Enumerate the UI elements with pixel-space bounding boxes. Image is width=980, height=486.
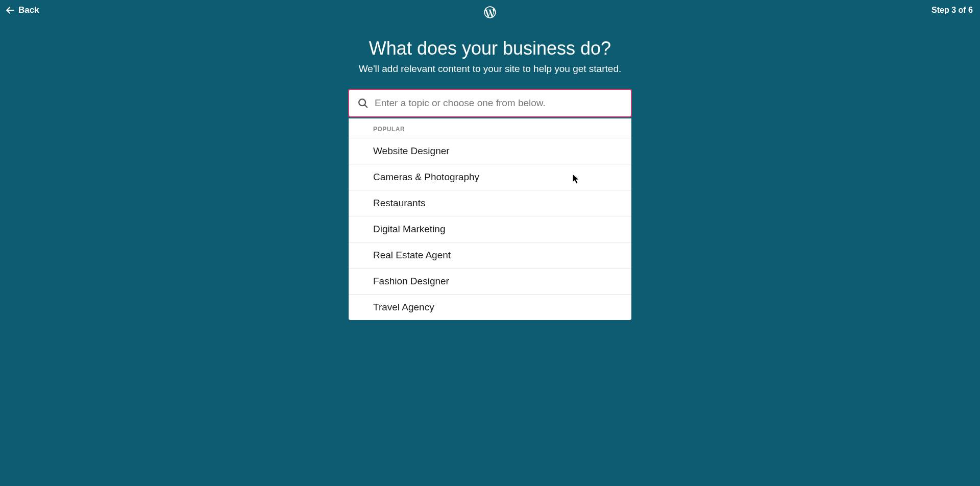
main-content: What does your business do? We'll add re… bbox=[0, 25, 980, 320]
search-container[interactable] bbox=[348, 89, 632, 117]
wordpress-logo-icon bbox=[483, 5, 497, 19]
option-item[interactable]: Fashion Designer bbox=[349, 268, 631, 294]
section-label-popular: POPULAR bbox=[349, 118, 631, 138]
option-item[interactable]: Restaurants bbox=[349, 190, 631, 216]
back-label: Back bbox=[18, 5, 39, 15]
back-button[interactable]: Back bbox=[5, 5, 39, 15]
page-title: What does your business do? bbox=[369, 38, 611, 59]
option-item[interactable]: Website Designer bbox=[349, 138, 631, 164]
option-item[interactable]: Travel Agency bbox=[349, 294, 631, 320]
option-item[interactable]: Digital Marketing bbox=[349, 216, 631, 242]
step-indicator: Step 3 of 6 bbox=[932, 6, 973, 15]
option-item[interactable]: Cameras & Photography bbox=[349, 164, 631, 190]
search-icon bbox=[357, 98, 369, 109]
arrow-left-icon bbox=[5, 5, 15, 15]
page-subtitle: We'll add relevant content to your site … bbox=[359, 63, 621, 75]
svg-line-2 bbox=[364, 105, 367, 107]
topic-search-input[interactable] bbox=[369, 90, 623, 116]
option-item[interactable]: Real Estate Agent bbox=[349, 242, 631, 268]
header-bar: Back Step 3 of 6 bbox=[0, 0, 980, 25]
suggestions-dropdown: POPULAR Website Designer Cameras & Photo… bbox=[349, 118, 631, 320]
